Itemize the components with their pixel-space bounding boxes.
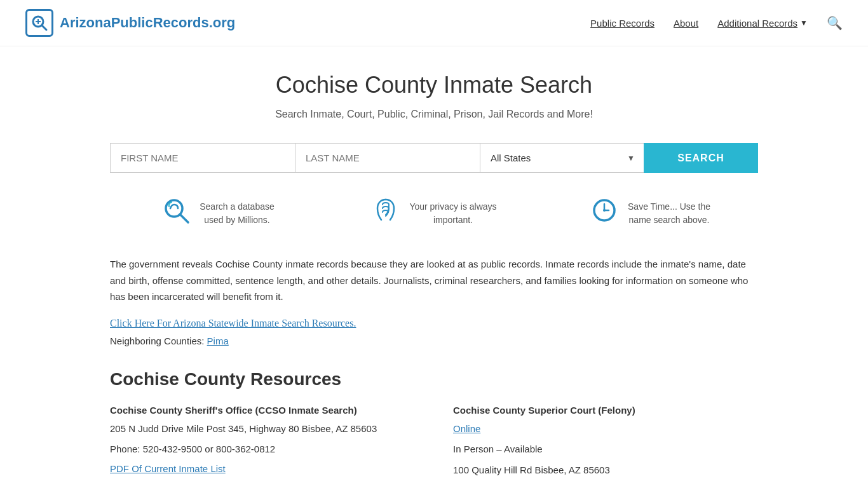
resource-right-title: Cochise County Superior Court (Felony)	[453, 405, 758, 416]
resources-title: Cochise County Resources	[110, 369, 758, 390]
resource-left-address: 205 N Judd Drive Mile Post 345, Highway …	[110, 422, 415, 437]
svg-line-1	[42, 25, 46, 30]
logo-area: ArizonaPublicRecords.org	[25, 9, 235, 37]
feature-database-text: Search a databaseused by Millions.	[200, 200, 275, 227]
az-statewide-link[interactable]: Click Here For Arizona Statewide Inmate …	[110, 318, 356, 329]
first-name-input[interactable]	[110, 143, 295, 173]
search-button[interactable]: SEARCH	[644, 143, 758, 173]
state-select[interactable]: All StatesAlabamaAlaskaArizonaArkansasCa…	[480, 143, 644, 173]
main-nav: Public Records About Additional Records …	[590, 15, 843, 30]
logo-icon	[25, 9, 53, 37]
site-header: ArizonaPublicRecords.org Public Records …	[0, 0, 868, 46]
neighboring-counties: Neighboring Counties: Pima	[110, 336, 758, 346]
search-icon[interactable]: 🔍	[827, 15, 843, 30]
clock-icon	[590, 196, 619, 231]
svg-line-5	[180, 215, 188, 222]
dropdown-arrow-icon: ▼	[800, 18, 808, 28]
resource-right-address: 100 Quality Hill Rd Bisbee, AZ 85603	[453, 463, 758, 478]
resource-right-online-link[interactable]: Online	[453, 423, 480, 434]
resources-grid: Cochise County Sheriff's Office (CCSO In…	[110, 405, 758, 484]
feature-privacy-text: Your privacy is alwaysimportant.	[409, 200, 496, 227]
nav-about[interactable]: About	[674, 18, 698, 29]
search-database-icon	[161, 196, 191, 231]
main-content: Cochise County Inmate Search Search Inma…	[85, 46, 783, 488]
resource-left-pdf-link[interactable]: PDF Of Current Inmate List	[110, 463, 226, 474]
page-title: Cochise County Inmate Search	[110, 72, 758, 98]
feature-time: Save Time... Use thename search above.	[542, 196, 758, 231]
resource-left: Cochise County Sheriff's Office (CCSO In…	[110, 405, 415, 484]
state-select-wrapper: All StatesAlabamaAlaskaArizonaArkansasCa…	[480, 143, 644, 173]
resource-left-phone: Phone: 520-432-9500 or 800-362-0812	[110, 442, 415, 457]
resource-right: Cochise County Superior Court (Felony) O…	[453, 405, 758, 484]
nav-additional-records-link[interactable]: Additional Records	[717, 18, 797, 29]
logo-text: ArizonaPublicRecords.org	[60, 15, 235, 31]
pima-link[interactable]: Pima	[207, 336, 229, 346]
search-form: All StatesAlabamaAlaskaArizonaArkansasCa…	[110, 143, 758, 173]
nav-additional-records[interactable]: Additional Records ▼	[717, 18, 808, 29]
fingerprint-icon	[371, 196, 400, 231]
svg-point-9	[603, 209, 606, 212]
feature-time-text: Save Time... Use thename search above.	[628, 200, 710, 227]
feature-database: Search a databaseused by Millions.	[110, 196, 326, 231]
nav-public-records[interactable]: Public Records	[590, 18, 654, 29]
last-name-input[interactable]	[295, 143, 480, 173]
resource-right-in-person: In Person – Available	[453, 442, 758, 457]
feature-privacy: Your privacy is alwaysimportant.	[326, 196, 542, 231]
neighbors-label: Neighboring Counties:	[110, 336, 204, 346]
features-row: Search a databaseused by Millions. Your …	[110, 196, 758, 231]
resource-left-title: Cochise County Sheriff's Office (CCSO In…	[110, 405, 415, 416]
description-text: The government reveals Cochise County in…	[110, 256, 758, 305]
page-subtitle: Search Inmate, Court, Public, Criminal, …	[110, 109, 758, 120]
